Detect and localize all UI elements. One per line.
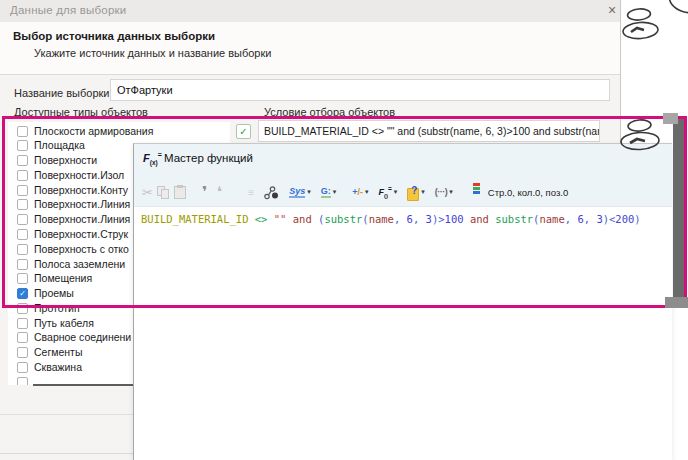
undo-icon[interactable]: ❜ [202, 183, 207, 201]
code-token: "" [274, 213, 287, 225]
checkbox[interactable] [17, 303, 28, 314]
dialog-titlebar[interactable]: Данные для выборки × [0, 0, 620, 22]
list-item-label: Поверхности.Струк [34, 228, 128, 240]
code-token: <> [255, 213, 268, 225]
list-item-label: Поверхности.Конту [34, 184, 128, 196]
list-item-label: Путь кабеля [34, 317, 94, 329]
code-token: name [369, 213, 394, 225]
functions-button[interactable]: F()=▾ [378, 183, 397, 201]
list-item-label: Поверхности.Линия [34, 213, 130, 225]
list-item-label: Площадка [34, 139, 85, 151]
list-item-label: Плоскости армирования [34, 125, 153, 137]
checkbox[interactable] [17, 332, 28, 343]
equals-icon[interactable]: ≡ [248, 183, 253, 201]
chevron-down-icon: ▾ [394, 188, 398, 196]
cursor-position-status: Стр.0, кол.0, поз.0 [488, 183, 568, 201]
checkbox[interactable] [17, 140, 28, 151]
code-token: and [293, 213, 312, 225]
code-token: BUILD_MATERIAL_ID [141, 213, 248, 225]
doodle-flick-icon [631, 28, 644, 32]
checkbox[interactable] [17, 214, 28, 225]
checkbox-partial [17, 377, 28, 385]
list-item-label: Сегменты [34, 346, 82, 358]
fx-icon: F(x)= [143, 151, 162, 166]
wizard-title: Мастер функций [164, 152, 253, 164]
code-token: substr [495, 213, 533, 225]
formula-code-line: BUILD_MATERIAL_ID <> "" and (substr(name… [141, 213, 641, 225]
chevron-down-icon: ▾ [307, 188, 311, 196]
rgb-lines-icon [473, 183, 480, 201]
list-item-label: Полоса заземлени [34, 258, 125, 270]
code-token: substr [324, 213, 362, 225]
list-item[interactable]: Плоскости армирования [8, 125, 230, 140]
list-item-label: Поверхности.Линия [34, 198, 130, 210]
condition-label: Условие отбора объектов [264, 106, 395, 118]
condition-field[interactable]: BUILD_MATERIAL_ID <> "" and (substr(name… [258, 120, 600, 142]
checkbox[interactable] [17, 347, 28, 358]
code-token: 100 [445, 213, 464, 225]
chevron-down-icon: ▾ [333, 188, 337, 196]
doodle-ellipse-icon [628, 119, 652, 132]
wizard-toolbar: ✂ ❜ ❛ ≡ Sys▾ G:▾ [142, 182, 568, 202]
list-item-label: Проемы [34, 287, 74, 299]
checkbox[interactable] [17, 362, 28, 373]
list-item-label: Поверхности.Изол [34, 169, 124, 181]
cut-icon[interactable]: ✂ [142, 183, 153, 201]
condition-valid-check-icon: ✓ [236, 124, 251, 139]
code-token: and [470, 213, 489, 225]
checkbox[interactable] [17, 259, 28, 270]
code-token: name [539, 213, 564, 225]
annotation-gray-bar [673, 119, 684, 305]
reference-nodes-icon[interactable] [263, 183, 279, 201]
brackets-button[interactable]: (···)▾ [435, 183, 453, 201]
chevron-down-icon: ▾ [449, 188, 453, 196]
checkbox[interactable] [17, 155, 28, 166]
checkbox[interactable] [17, 170, 28, 181]
wizard-titlebar[interactable]: F(x)= Мастер функций ✂ ❜ ❛ ≡ [134, 144, 672, 206]
doodle-ellipse-icon [627, 8, 651, 21]
checkbox[interactable] [17, 185, 28, 196]
code-token: ) [634, 213, 640, 225]
checkbox[interactable] [17, 244, 28, 255]
object-types-label: Доступные типы объектов [14, 106, 148, 118]
operators-button[interactable]: +/-▾ [352, 183, 368, 201]
chevron-down-icon: ▾ [421, 188, 425, 196]
checkbox[interactable] [17, 229, 28, 240]
selection-name-input[interactable] [110, 79, 610, 101]
header-title: Выбор источника данных выборки [13, 30, 215, 42]
code-token: 200 [615, 213, 634, 225]
global-variables-button[interactable]: G:▾ [321, 183, 337, 201]
selection-name-label: Название выборки [14, 87, 109, 99]
checkbox[interactable] [17, 199, 28, 210]
function-wizard-dialog: F(x)= Мастер функций ✂ ❜ ❛ ≡ [133, 143, 672, 460]
list-item-label: Скважина [34, 361, 82, 373]
help-topics-button[interactable]: ?▾ [407, 183, 425, 201]
annotation-corner-top [663, 113, 678, 124]
list-item-label: Сварное соединени [34, 331, 131, 343]
list-item-label: Поверхность с отко [34, 243, 129, 255]
sys-variables-button[interactable]: Sys▾ [289, 183, 311, 201]
checkbox[interactable] [17, 318, 28, 329]
doodle-ellipse-icon [666, 0, 688, 17]
checkbox[interactable] [17, 126, 28, 137]
header-subtitle: Укажите источник данных и название выбор… [34, 47, 271, 59]
chevron-down-icon: ▾ [365, 188, 369, 196]
dialog-header: Выбор источника данных выборки Укажите и… [0, 22, 620, 75]
doodle-ellipse-icon [622, 21, 658, 39]
list-item-label: Помещения [34, 272, 92, 284]
list-item-label: Поверхности [34, 154, 97, 166]
paste-icon[interactable] [174, 183, 186, 201]
checkbox-checked[interactable]: ✓ [17, 288, 28, 299]
separator-line [0, 453, 138, 454]
copy-icon[interactable] [157, 183, 170, 201]
checkbox[interactable] [17, 273, 28, 284]
list-item-label: Прототип [34, 302, 80, 314]
redo-icon[interactable]: ❛ [217, 183, 222, 201]
separator-line [0, 414, 133, 415]
dialog-title: Данные для выборки [10, 4, 126, 16]
close-icon[interactable]: × [604, 2, 620, 18]
formula-editor[interactable]: BUILD_MATERIAL_ID <> "" and (substr(name… [134, 206, 672, 460]
